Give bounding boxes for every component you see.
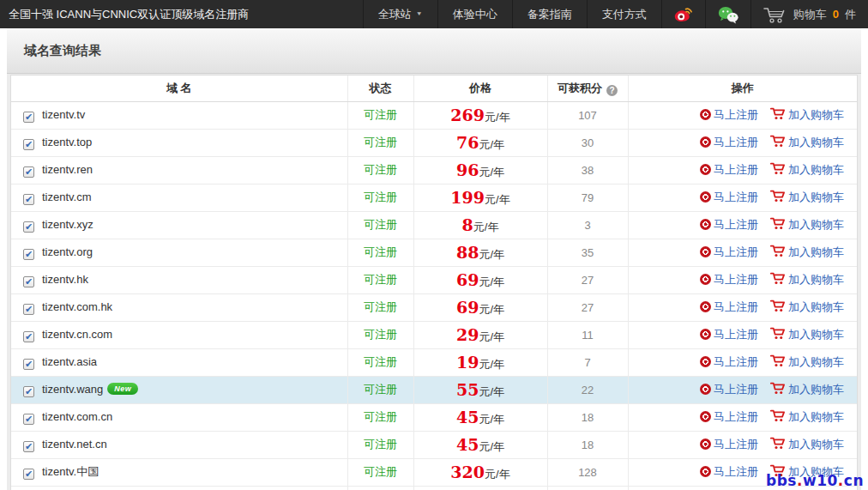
- action-cell: 马上注册加入购物车: [628, 348, 857, 376]
- register-now-link[interactable]: 马上注册: [700, 218, 758, 231]
- domain-checkbox[interactable]: ✔: [23, 331, 34, 342]
- points-cell: 30: [547, 129, 628, 156]
- cart-icon: [770, 135, 785, 148]
- domain-name: tizentv.cm: [42, 191, 92, 203]
- price-unit: 元/年: [479, 303, 504, 316]
- nav-payment-methods[interactable]: 支付方式: [587, 0, 661, 28]
- add-to-cart-link[interactable]: 加入购物车: [770, 300, 844, 313]
- add-to-cart-link[interactable]: 加入购物车: [770, 438, 844, 451]
- top-navigation: 全球站 ▼ 体验中心 备案指南 支付方式: [363, 0, 868, 28]
- domain-cell: ✔tizentv.renNew: [11, 156, 347, 184]
- price-unit: 元/年: [485, 111, 510, 124]
- table-row: ✔tizentv.wangNew 可注册 55元/年 22 马上注册加入购物车: [11, 376, 857, 403]
- cart-summary[interactable]: 购物车 0 件: [750, 0, 868, 28]
- status-cell: 可注册: [347, 348, 413, 376]
- domain-name: tizentv.ren: [42, 163, 93, 176]
- add-to-cart-link[interactable]: 加入购物车: [770, 355, 844, 368]
- price-cell: 29元/年: [413, 321, 547, 348]
- action-cell: 马上注册加入购物车: [628, 376, 857, 403]
- register-now-link[interactable]: 马上注册: [700, 163, 758, 176]
- nav-experience-center[interactable]: 体验中心: [437, 0, 512, 28]
- cart-label: 购物车: [793, 7, 827, 22]
- domain-name: tizentv.org: [42, 245, 93, 258]
- domain-checkbox[interactable]: ✔: [23, 112, 34, 123]
- add-to-cart-link[interactable]: 加入购物车: [770, 108, 844, 121]
- add-to-cart-link[interactable]: 加入购物车: [770, 245, 844, 258]
- domain-checkbox[interactable]: ✔: [23, 139, 34, 150]
- cart-icon: [770, 107, 785, 120]
- domain-cell: ✔tizentv.xyzNew: [11, 211, 347, 239]
- register-icon: [700, 136, 711, 148]
- status-cell: 可注册: [347, 129, 413, 156]
- add-to-cart-link[interactable]: 加入购物车: [770, 218, 844, 231]
- results-panel-header: 域名查询结果: [7, 28, 861, 74]
- price-unit: 元/年: [473, 221, 499, 233]
- table-row: ✔tizentv.cmNew 可注册 199元/年 79 马上注册加入购物车: [11, 184, 857, 211]
- add-to-cart-link[interactable]: 加入购物车: [770, 410, 844, 423]
- price-value: 69: [456, 270, 479, 289]
- weibo-icon[interactable]: [661, 0, 705, 28]
- add-to-cart-link[interactable]: 加入购物车: [770, 136, 844, 148]
- price-cell: 69元/年: [413, 266, 547, 293]
- price-value: 19: [456, 353, 479, 372]
- register-now-link[interactable]: 马上注册: [700, 136, 758, 148]
- wechat-icon[interactable]: [705, 0, 750, 28]
- add-to-cart-link[interactable]: 加入购物车: [770, 383, 844, 396]
- register-icon: [700, 301, 711, 312]
- price-unit: 元/年: [485, 193, 510, 206]
- domain-checkbox[interactable]: ✔: [23, 469, 34, 480]
- add-to-cart-link[interactable]: 加入购物车: [770, 163, 844, 176]
- domain-checkbox[interactable]: ✔: [23, 276, 34, 287]
- cart-icon: [770, 272, 785, 285]
- add-to-cart-link[interactable]: 加入购物车: [770, 191, 844, 203]
- register-now-link[interactable]: 马上注册: [700, 355, 758, 368]
- register-now-link[interactable]: 马上注册: [700, 383, 758, 396]
- domain-checkbox[interactable]: ✔: [23, 249, 34, 260]
- domain-checkbox[interactable]: ✔: [23, 359, 34, 370]
- status-cell: 可注册: [347, 431, 413, 458]
- points-cell: 35: [547, 239, 628, 266]
- domain-cell: ✔tizentv.com.hkNew: [11, 293, 347, 321]
- register-now-link[interactable]: 马上注册: [700, 410, 758, 423]
- register-now-link[interactable]: 马上注册: [700, 108, 758, 121]
- register-now-link[interactable]: 马上注册: [700, 465, 758, 478]
- register-now-link[interactable]: 马上注册: [700, 245, 758, 258]
- col-header-domain: 域 名: [11, 76, 347, 101]
- points-cell: 27: [547, 266, 628, 293]
- table-row: ✔tizentv.xyzNew 可注册 8元/年 3 马上注册加入购物车: [11, 211, 857, 239]
- domain-cell: ✔tizentv.topNew: [11, 129, 347, 156]
- new-badge: New: [107, 383, 138, 395]
- domain-checkbox[interactable]: ✔: [23, 221, 34, 233]
- col-header-price: 价格: [413, 76, 547, 101]
- register-now-link[interactable]: 马上注册: [700, 328, 758, 341]
- cart-icon: [770, 217, 785, 230]
- help-icon[interactable]: ?: [606, 85, 618, 96]
- register-icon: [700, 109, 711, 120]
- points-cell: 38: [547, 156, 628, 184]
- domain-checkbox[interactable]: ✔: [23, 386, 34, 397]
- register-now-link[interactable]: 马上注册: [700, 191, 758, 203]
- domain-name: tizentv.xyz: [42, 218, 93, 231]
- domain-checkbox[interactable]: ✔: [23, 441, 34, 452]
- price-unit: 元/年: [479, 385, 504, 398]
- add-to-cart-link[interactable]: 加入购物车: [770, 273, 844, 286]
- register-now-link[interactable]: 马上注册: [700, 273, 758, 286]
- domain-checkbox[interactable]: ✔: [23, 194, 34, 205]
- points-cell: 11: [547, 321, 628, 348]
- domain-checkbox[interactable]: ✔: [23, 304, 34, 315]
- nav-icp-guide[interactable]: 备案指南: [512, 0, 587, 28]
- table-row: ✔tizentv.topNew 可注册 76元/年 30 马上注册加入购物车: [11, 129, 857, 156]
- status-cell: 可注册: [347, 293, 413, 321]
- register-now-link[interactable]: 马上注册: [700, 300, 758, 313]
- register-now-link[interactable]: 马上注册: [700, 438, 758, 451]
- points-cell: 22: [547, 376, 628, 403]
- nav-global-site[interactable]: 全球站 ▼: [363, 0, 437, 28]
- table-row-partial: [11, 486, 857, 490]
- cart-icon: [770, 299, 785, 312]
- domain-checkbox[interactable]: ✔: [23, 414, 34, 425]
- domain-checkbox[interactable]: ✔: [23, 166, 34, 178]
- add-to-cart-link[interactable]: 加入购物车: [770, 328, 844, 341]
- cart-count: 0: [833, 8, 839, 21]
- price-value: 69: [456, 298, 479, 317]
- price-value: 76: [456, 133, 479, 152]
